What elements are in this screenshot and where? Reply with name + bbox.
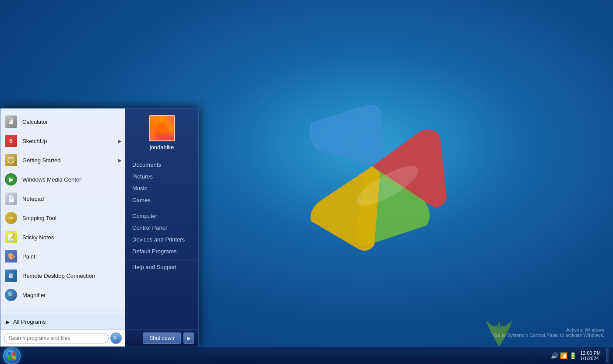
calculator-label: Calculator xyxy=(22,119,122,125)
search-icon: 🔍 xyxy=(113,335,120,342)
paint-icon: 🎨 xyxy=(4,249,18,263)
all-programs-arrow-icon: ▶ xyxy=(6,319,10,325)
getting-started-arrow-icon: ▶ xyxy=(118,158,122,163)
remote-desktop-label: Remote Desktop Connection xyxy=(22,273,122,279)
sticky-notes-icon: 📝 xyxy=(4,230,18,244)
sketchup-label: SketchUp xyxy=(22,138,114,144)
shutdown-button[interactable]: Shut down xyxy=(143,332,181,344)
clock: 12:00 PM1/1/2024 xyxy=(580,350,601,361)
menu-item-getting-started[interactable]: Getting Started ▶ xyxy=(0,150,125,170)
avatar-image xyxy=(150,116,174,140)
user-profile: jondahlke xyxy=(125,108,198,155)
getting-started-label: Getting Started xyxy=(22,157,114,164)
windows-media-center-label: Windows Media Center xyxy=(22,176,122,183)
menu-item-windows-media-center[interactable]: ▶ Windows Media Center xyxy=(0,170,125,189)
menu-item-paint[interactable]: 🎨 Paint xyxy=(0,247,125,266)
menu-item-notepad[interactable]: 📄 Notepad xyxy=(0,189,125,208)
menu-item-snipping-tool[interactable]: ✂ Snipping Tool xyxy=(0,208,125,228)
calculator-icon: 🖩 xyxy=(4,115,18,129)
right-separator xyxy=(125,208,198,208)
windows-media-center-icon: ▶ xyxy=(4,172,18,186)
paint-label: Paint xyxy=(22,253,122,260)
search-input[interactable] xyxy=(4,333,109,343)
menu-item-sketchup[interactable]: S SketchUp ▶ xyxy=(0,131,125,150)
sketchup-icon: S xyxy=(4,134,18,148)
getting-started-icon xyxy=(4,153,18,167)
taskbar: 🔊 📶 🔋 12:00 PM1/1/2024 xyxy=(0,346,613,364)
system-tray: 🔊 📶 🔋 12:00 PM1/1/2024 xyxy=(551,348,609,363)
start-menu-items: 🖩 Calculator S SketchUp ▶ xyxy=(0,108,125,308)
tray-icons: 🔊 📶 🔋 xyxy=(551,352,577,359)
snipping-tool-label: Snipping Tool xyxy=(22,215,122,221)
sticky-notes-label: Sticky Notes xyxy=(22,234,122,241)
windows-logo xyxy=(271,61,473,271)
all-programs-label: All Programs xyxy=(13,318,46,325)
pictures-link[interactable]: Pictures xyxy=(125,171,198,182)
menu-item-sticky-notes[interactable]: 📝 Sticky Notes xyxy=(0,228,125,247)
start-menu-right-panel: jondahlke Documents Pictures Music Games… xyxy=(125,108,198,346)
magnifier-label: Magnifier xyxy=(22,292,122,298)
search-bar: 🔍 xyxy=(0,329,125,346)
start-orb xyxy=(3,347,21,364)
menu-item-magnifier[interactable]: 🔍 Magnifier xyxy=(0,285,125,304)
shutdown-bar: Shut down ▶ xyxy=(125,329,198,346)
right-separator-2 xyxy=(125,259,198,259)
default-programs-link[interactable]: Default Programs xyxy=(125,245,198,257)
shutdown-arrow-icon: ▶ xyxy=(187,336,190,341)
start-button[interactable] xyxy=(0,347,24,364)
games-link[interactable]: Games xyxy=(125,194,198,206)
search-button[interactable]: 🔍 xyxy=(110,332,122,344)
notepad-label: Notepad xyxy=(22,196,122,202)
right-panel-links: Documents Pictures Music Games Computer … xyxy=(125,155,198,329)
music-link[interactable]: Music xyxy=(125,182,198,194)
snipping-tool-icon: ✂ xyxy=(4,211,18,225)
avatar[interactable] xyxy=(149,115,175,141)
documents-link[interactable]: Documents xyxy=(125,159,198,171)
sketchup-arrow-icon: ▶ xyxy=(118,139,122,144)
computer-link[interactable]: Computer xyxy=(125,210,198,222)
all-programs-button[interactable]: ▶ All Programs xyxy=(0,314,125,329)
remote-desktop-icon: 🖥 xyxy=(4,269,18,283)
activation-watermark: Activate Windows Go to System in Control… xyxy=(494,327,604,338)
devices-printers-link[interactable]: Devices and Printers xyxy=(125,234,198,245)
menu-item-remote-desktop[interactable]: 🖥 Remote Desktop Connection xyxy=(0,266,125,285)
control-panel-link[interactable]: Control Panel xyxy=(125,222,198,234)
shutdown-arrow-button[interactable]: ▶ xyxy=(183,332,194,344)
start-menu: 🖩 Calculator S SketchUp ▶ xyxy=(0,108,199,346)
help-support-link[interactable]: Help and Support xyxy=(125,261,198,273)
magnifier-icon: 🔍 xyxy=(4,288,18,302)
username-label: jondahlke xyxy=(150,144,174,150)
notepad-icon: 📄 xyxy=(4,192,18,206)
start-menu-left-panel: 🖩 Calculator S SketchUp ▶ xyxy=(0,108,125,346)
show-desktop-button[interactable] xyxy=(606,348,609,363)
menu-separator xyxy=(0,311,125,311)
menu-item-calculator[interactable]: 🖩 Calculator xyxy=(0,112,125,131)
